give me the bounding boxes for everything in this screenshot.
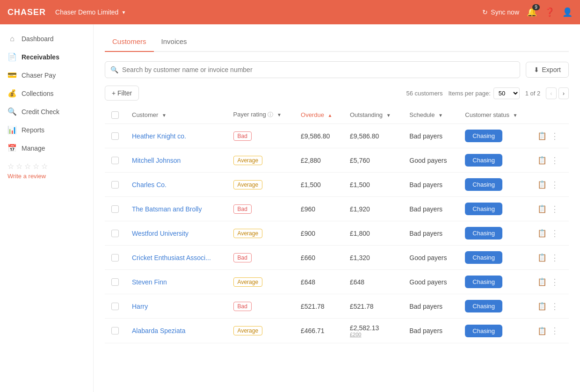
more-options-icon[interactable]: ⋮ (551, 204, 559, 214)
document-icon[interactable]: 📋 (537, 327, 547, 335)
schedule-cell: Bad payers (403, 319, 458, 343)
search-input[interactable] (105, 61, 520, 78)
row-checkbox[interactable] (111, 327, 119, 334)
customer-link[interactable]: Heather Knight co. (132, 132, 186, 140)
sidebar-item-dashboard[interactable]: ⌂ Dashboard (0, 30, 93, 48)
customer-link[interactable]: Mitchell Johnson (132, 157, 181, 164)
select-all-checkbox[interactable] (111, 111, 119, 119)
star-3[interactable]: ☆ (24, 162, 31, 171)
overdue-cell: £960 (294, 197, 343, 221)
document-icon[interactable]: 📋 (537, 204, 547, 213)
more-options-icon[interactable]: ⋮ (551, 131, 559, 141)
notifications-button[interactable]: 🔔 9 (527, 7, 537, 17)
more-options-icon[interactable]: ⋮ (551, 301, 559, 312)
sidebar-item-chaser-pay[interactable]: 💳 Chaser Pay (0, 66, 93, 84)
overdue-cell: £521.78 (294, 294, 343, 319)
row-checkbox-cell (105, 197, 125, 221)
sidebar-item-receivables[interactable]: 📄 Receivables (0, 48, 93, 66)
chasing-button[interactable]: Chasing (465, 130, 502, 142)
row-checkbox[interactable] (111, 254, 119, 261)
more-options-icon[interactable]: ⋮ (551, 326, 559, 336)
tab-invoices[interactable]: Invoices (154, 34, 195, 52)
payer-rating-badge: Bad (233, 204, 252, 214)
overdue-cell: £1,500 (294, 173, 343, 197)
search-icon: 🔍 (110, 66, 118, 73)
customer-link[interactable]: The Batsman and Brolly (132, 205, 202, 213)
customer-link[interactable]: Westford University (132, 230, 188, 237)
items-per-page-select[interactable]: 50 25 100 (493, 87, 520, 99)
payer-rating-sort-icon[interactable]: ▼ (277, 112, 282, 117)
document-icon[interactable]: 📋 (537, 131, 547, 140)
payer-rating-cell: Bad (227, 294, 294, 319)
sidebar-item-reports[interactable]: 📊 Reports (0, 121, 93, 139)
row-checkbox[interactable] (111, 303, 119, 310)
chasing-button[interactable]: Chasing (465, 251, 502, 264)
sidebar-item-credit-check[interactable]: 🔍 Credit Check (0, 102, 93, 121)
sidebar-item-collections[interactable]: 💰 Collections (0, 84, 93, 102)
row-checkbox[interactable] (111, 181, 119, 189)
schedule-cell: Bad payers (403, 294, 458, 319)
row-checkbox[interactable] (111, 230, 119, 237)
status-sort-icon[interactable]: ▼ (513, 113, 518, 118)
row-actions: 📋 ⋮ (537, 326, 562, 336)
filter-button[interactable]: + Filter (105, 86, 139, 101)
tab-customers[interactable]: Customers (105, 34, 154, 52)
more-options-icon[interactable]: ⋮ (551, 228, 559, 239)
customer-link[interactable]: Cricket Enthusiast Associ... (132, 254, 211, 261)
org-selector[interactable]: Chaser Demo Limited ▼ (55, 8, 126, 16)
star-2[interactable]: ☆ (16, 162, 22, 171)
customer-cell: Westford University (125, 221, 227, 246)
customer-link[interactable]: Charles Co. (132, 181, 167, 189)
document-icon[interactable]: 📋 (537, 180, 547, 189)
document-icon[interactable]: 📋 (537, 229, 547, 238)
schedule-cell: Bad payers (403, 221, 458, 246)
sync-button[interactable]: ↻ Sync now (482, 8, 519, 16)
row-checkbox[interactable] (111, 157, 119, 164)
table-row: Alabarda Speziata Average £466.71 £2,582… (105, 319, 569, 343)
row-actions: 📋 ⋮ (537, 131, 562, 141)
sidebar-item-manage[interactable]: 📅 Manage (0, 139, 93, 157)
help-button[interactable]: ❓ (544, 7, 555, 17)
more-options-icon[interactable]: ⋮ (551, 155, 559, 166)
status-cell: Chasing (458, 294, 530, 319)
star-1[interactable]: ☆ (7, 162, 14, 171)
row-checkbox[interactable] (111, 278, 119, 286)
document-icon[interactable]: 📋 (537, 156, 547, 165)
outstanding-value: £521.78 (350, 303, 374, 310)
customer-sort-icon[interactable]: ▼ (162, 113, 167, 118)
prev-page-button[interactable]: ‹ (546, 87, 556, 99)
customer-link[interactable]: Steven Finn (132, 278, 167, 286)
overdue-sort-icon[interactable]: ▲ (328, 113, 333, 118)
star-5[interactable]: ☆ (41, 162, 48, 171)
next-page-button[interactable]: › (558, 87, 569, 99)
chasing-button[interactable]: Chasing (465, 178, 502, 191)
payer-rating-info-icon[interactable]: ⓘ (268, 111, 273, 118)
chasing-button[interactable]: Chasing (465, 203, 502, 215)
col-outstanding: Outstanding ▼ (343, 106, 403, 124)
schedule-sort-icon[interactable]: ▼ (438, 113, 443, 118)
topnav-actions: ↻ Sync now 🔔 9 ❓ 👤 (482, 7, 573, 17)
schedule-cell: Good payers (403, 270, 458, 294)
star-4[interactable]: ☆ (33, 162, 39, 171)
customer-link[interactable]: Alabarda Speziata (132, 327, 185, 334)
status-cell: Chasing (458, 319, 530, 343)
chasing-button[interactable]: Chasing (465, 154, 502, 167)
outstanding-cell: £1,920 (343, 197, 403, 221)
row-checkbox[interactable] (111, 132, 119, 140)
document-icon[interactable]: 📋 (537, 253, 547, 262)
more-options-icon[interactable]: ⋮ (551, 277, 559, 287)
row-checkbox[interactable] (111, 205, 119, 213)
more-options-icon[interactable]: ⋮ (551, 180, 559, 190)
document-icon[interactable]: 📋 (537, 277, 547, 286)
chasing-button[interactable]: Chasing (465, 276, 502, 288)
write-review-link[interactable]: Write a review (0, 173, 93, 184)
user-menu-button[interactable]: 👤 (562, 7, 573, 17)
document-icon[interactable]: 📋 (537, 302, 547, 311)
more-options-icon[interactable]: ⋮ (551, 253, 559, 263)
chasing-button[interactable]: Chasing (465, 227, 502, 240)
chasing-button[interactable]: Chasing (465, 300, 502, 312)
customer-link[interactable]: Harry (132, 303, 148, 310)
export-button[interactable]: ⬇ Export (526, 62, 569, 78)
chasing-button[interactable]: Chasing (465, 325, 502, 337)
outstanding-sort-icon[interactable]: ▼ (386, 113, 391, 118)
